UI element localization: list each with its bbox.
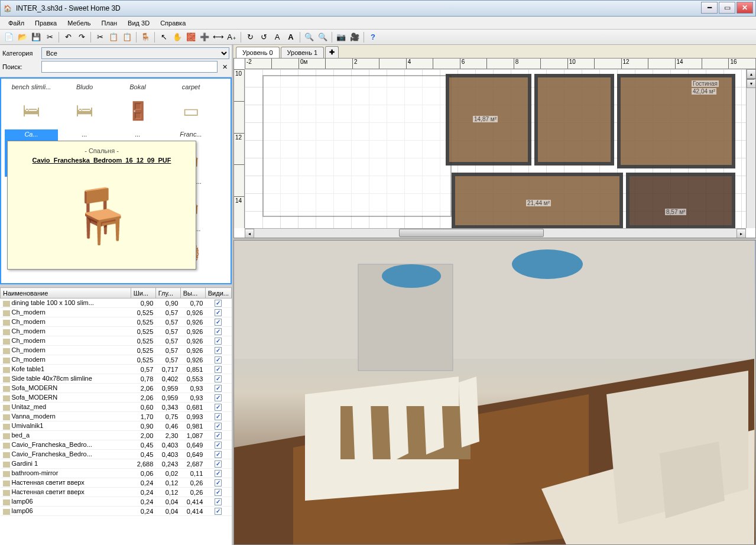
- tab-level1[interactable]: Уровень 1: [281, 47, 325, 58]
- table-row[interactable]: Sofa_MODERN 2,06 0,959 0,93 ✓: [1, 384, 232, 393]
- text2-icon[interactable]: A: [271, 31, 284, 44]
- menu-furniture[interactable]: Мебель: [63, 18, 95, 28]
- import-icon[interactable]: 🪑: [139, 31, 152, 44]
- plan-room[interactable]: 8,57 м²: [626, 173, 735, 229]
- undo-icon[interactable]: ↶: [61, 31, 74, 44]
- prefs-icon[interactable]: ✂: [43, 31, 56, 44]
- table-row[interactable]: Ch_modern 0,525 0,57 0,926 ✓: [1, 317, 232, 327]
- catalog-grid[interactable]: bench slimli...🛏 Bludo🛏 Bokal🚪 carpet▭ C…: [0, 77, 232, 284]
- scroll-up-icon[interactable]: ▴: [747, 69, 756, 79]
- table-row[interactable]: Kofe table1 0,57 0,717 0,851 ✓: [1, 365, 232, 374]
- row-visible-checkbox[interactable]: ✓: [215, 404, 222, 411]
- row-visible-checkbox[interactable]: ✓: [215, 470, 222, 477]
- zoomin-icon[interactable]: 🔍: [303, 31, 316, 44]
- copy-icon[interactable]: 📋: [107, 31, 120, 44]
- wall-icon[interactable]: 🧱: [184, 31, 197, 44]
- table-row[interactable]: Ch_modern 0,525 0,57 0,926 ✓: [1, 308, 232, 317]
- bold-icon[interactable]: A: [284, 31, 297, 44]
- table-row[interactable]: Side table 40x78cm slimline 0,78 0,402 0…: [1, 374, 232, 384]
- scroll-right-icon[interactable]: ▸: [736, 229, 746, 238]
- camera-icon[interactable]: 📷: [335, 31, 348, 44]
- row-visible-checkbox[interactable]: ✓: [215, 366, 222, 373]
- pan-icon[interactable]: ✋: [171, 31, 184, 44]
- cut-icon[interactable]: ✂: [93, 31, 106, 44]
- plan-room[interactable]: Гостиная 42,04 м²: [617, 74, 735, 168]
- table-row[interactable]: Настенная светит вверх 0,24 0,12 0,26 ✓: [1, 488, 232, 497]
- table-row[interactable]: lamp06 0,24 0,04 0,414 ✓: [1, 497, 232, 507]
- furniture-table[interactable]: Наименование Ши... Глу... Вы... Види... …: [0, 287, 232, 545]
- row-visible-checkbox[interactable]: ✓: [215, 442, 222, 449]
- col-depth[interactable]: Глу...: [155, 288, 180, 299]
- row-visible-checkbox[interactable]: ✓: [215, 338, 222, 345]
- table-row[interactable]: dining table 100 x 100 slim... 0,90 0,90…: [1, 299, 232, 308]
- new-icon[interactable]: 📄: [2, 31, 15, 44]
- row-visible-checkbox[interactable]: ✓: [215, 356, 222, 364]
- row-visible-checkbox[interactable]: ✓: [215, 394, 222, 401]
- menu-file[interactable]: Файл: [4, 18, 29, 28]
- plan-room[interactable]: [534, 74, 614, 166]
- paste-icon[interactable]: 📋: [121, 31, 134, 44]
- tab-level0[interactable]: Уровень 0: [236, 47, 280, 58]
- help-icon[interactable]: ?: [366, 31, 379, 44]
- menu-plan[interactable]: План: [97, 18, 122, 28]
- rotate-icon[interactable]: ↺: [257, 31, 270, 44]
- row-visible-checkbox[interactable]: ✓: [215, 413, 222, 420]
- redo-icon[interactable]: ↷: [75, 31, 88, 44]
- room-icon[interactable]: ➕: [198, 31, 211, 44]
- dimension-icon[interactable]: ⟷: [212, 31, 225, 44]
- search-input[interactable]: [41, 61, 218, 73]
- row-visible-checkbox[interactable]: ✓: [215, 498, 222, 505]
- row-visible-checkbox[interactable]: ✓: [215, 328, 222, 335]
- text-icon[interactable]: A₊: [225, 31, 238, 44]
- plan-room[interactable]: 21,44 м²: [452, 173, 623, 229]
- save-icon[interactable]: 💾: [30, 31, 43, 44]
- view3d-area[interactable]: ▲ ▼ ◀ ▶ ⊕: [233, 240, 756, 545]
- table-row[interactable]: Gardini 1 2,688 0,243 2,687 ✓: [1, 459, 232, 469]
- table-row[interactable]: Cavio_Francheska_Bedro... 0,45 0,403 0,6…: [1, 450, 232, 459]
- table-row[interactable]: Ch_modern 0,525 0,57 0,926 ✓: [1, 355, 232, 365]
- scrollbar-horizontal[interactable]: ◂ ▸: [245, 228, 746, 238]
- row-visible-checkbox[interactable]: ✓: [215, 300, 222, 307]
- video-icon[interactable]: 🎥: [348, 31, 361, 44]
- row-visible-checkbox[interactable]: ✓: [215, 489, 222, 496]
- table-row[interactable]: bathroom-mirror 0,06 0,02 0,11 ✓: [1, 469, 232, 478]
- clear-search-icon[interactable]: ✕: [220, 63, 229, 71]
- table-row[interactable]: Cavio_Francheska_Bedro... 0,45 0,403 0,6…: [1, 440, 232, 450]
- zoomout-icon[interactable]: 🔍: [316, 31, 329, 44]
- table-row[interactable]: Ch_modern 0,525 0,57 0,926 ✓: [1, 346, 232, 355]
- tab-add-level[interactable]: ✚: [325, 46, 339, 58]
- minimize-button[interactable]: ━: [701, 2, 718, 14]
- row-visible-checkbox[interactable]: ✓: [215, 508, 222, 515]
- catalog-thumb[interactable]: 🛏: [8, 93, 55, 128]
- table-row[interactable]: Umivalnik1 0,90 0,46 0,981 ✓: [1, 421, 232, 431]
- col-height[interactable]: Вы...: [180, 288, 205, 299]
- row-visible-checkbox[interactable]: ✓: [215, 375, 222, 382]
- col-width[interactable]: Ши...: [131, 288, 155, 299]
- menu-edit[interactable]: Правка: [30, 18, 61, 28]
- category-select[interactable]: Все: [41, 47, 229, 59]
- table-row[interactable]: lamp06 0,24 0,04 0,414 ✓: [1, 507, 232, 516]
- col-visible[interactable]: Види...: [205, 288, 231, 299]
- table-row[interactable]: Sofa_MODERN 2,06 0,959 0,93 ✓: [1, 393, 232, 403]
- menu-help[interactable]: Справка: [155, 18, 190, 28]
- table-row[interactable]: Vanna_modern 1,70 0,75 0,993 ✓: [1, 412, 232, 421]
- plan-view[interactable]: -20м246810121416 101214 14,87 м² Гостина…: [233, 58, 756, 238]
- plan-canvas[interactable]: 14,87 м² Гостиная 42,04 м² 21,44 м² 8,57…: [245, 69, 746, 228]
- table-row[interactable]: bed_a 2,00 2,30 1,087 ✓: [1, 431, 232, 440]
- scrollbar-vertical[interactable]: ▴ ▾: [746, 69, 755, 228]
- row-visible-checkbox[interactable]: ✓: [215, 319, 222, 326]
- row-visible-checkbox[interactable]: ✓: [215, 432, 222, 439]
- row-visible-checkbox[interactable]: ✓: [215, 385, 222, 392]
- row-visible-checkbox[interactable]: ✓: [215, 460, 222, 468]
- menu-view3d[interactable]: Вид 3D: [123, 18, 154, 28]
- row-visible-checkbox[interactable]: ✓: [215, 309, 222, 316]
- table-row[interactable]: Ch_modern 0,525 0,57 0,926 ✓: [1, 336, 232, 346]
- scroll-down-icon[interactable]: ▾: [747, 79, 756, 88]
- row-visible-checkbox[interactable]: ✓: [215, 479, 222, 486]
- select-icon[interactable]: ↖: [157, 31, 170, 44]
- row-visible-checkbox[interactable]: ✓: [215, 451, 222, 458]
- row-visible-checkbox[interactable]: ✓: [215, 423, 222, 430]
- catalog-thumb[interactable]: 🚪: [114, 93, 161, 128]
- close-button[interactable]: ✕: [736, 2, 753, 14]
- table-row[interactable]: Ch_modern 0,525 0,57 0,926 ✓: [1, 327, 232, 336]
